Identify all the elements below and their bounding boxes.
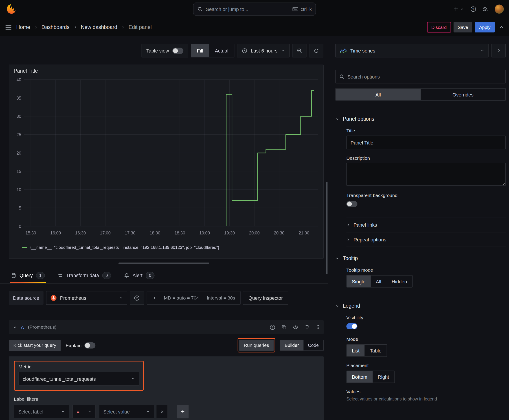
select-value-dropdown[interactable]: Select value	[99, 405, 154, 419]
help-button[interactable]: ?	[471, 6, 476, 12]
time-series-chart[interactable]: 051015202530354015:3016:0016:3017:0017:3…	[10, 75, 322, 245]
breadcrumb-home[interactable]: Home	[16, 24, 30, 30]
builder-option[interactable]: Builder	[280, 340, 304, 351]
global-search-bar[interactable]: Search or jump to... ctrl+k	[193, 3, 316, 16]
tooltip-section-header[interactable]: Tooltip	[335, 255, 506, 261]
chevron-down-icon	[119, 296, 123, 300]
svg-text:20: 20	[16, 150, 21, 156]
legend-series-label[interactable]: {__name__="cloudflared_tunnel_total_requ…	[30, 245, 219, 250]
new-menu-button[interactable]	[453, 6, 464, 12]
refresh-button[interactable]	[309, 44, 323, 57]
chevron-down-icon[interactable]	[13, 325, 17, 329]
tooltip-all-option[interactable]: All	[371, 276, 386, 287]
tooltip-hidden-option[interactable]: Hidden	[387, 276, 412, 287]
run-queries-highlight-ring: Run queries	[237, 338, 275, 352]
metric-highlight-ring: Metric cloudflared_tunnel_total_requests	[14, 361, 144, 391]
query-toolbar: Kick start your query Explain Run querie…	[9, 338, 324, 352]
rss-icon	[483, 6, 488, 12]
zoom-out-button[interactable]	[292, 44, 307, 57]
duplicate-icon[interactable]	[281, 324, 287, 330]
legend-right-option[interactable]: Right	[372, 371, 394, 382]
breadcrumb-dashboards[interactable]: Dashboards	[42, 24, 69, 30]
transparent-background-label: Transparent background	[346, 193, 506, 198]
datasource-help-button[interactable]: ?	[130, 291, 144, 305]
legend-table-option[interactable]: Table	[365, 345, 387, 356]
apply-button[interactable]: Apply	[475, 22, 495, 32]
run-queries-button[interactable]: Run queries	[239, 340, 274, 351]
grafana-logo-icon[interactable]	[5, 3, 17, 15]
scrollbar-thumb[interactable]	[326, 182, 328, 274]
code-option[interactable]: Code	[304, 340, 323, 351]
legend-section-header[interactable]: Legend	[335, 303, 506, 309]
panel-links-section[interactable]: Panel links	[346, 217, 506, 232]
chevron-right-icon[interactable]	[152, 296, 156, 300]
resize-drag-handle[interactable]	[119, 262, 209, 264]
fill-option[interactable]: Fill	[191, 44, 209, 57]
transform-count-badge: 0	[102, 272, 111, 279]
actual-option[interactable]: Actual	[209, 44, 234, 57]
select-value-placeholder: Select value	[103, 409, 130, 414]
page-header: Home Dashboards New dashboard Edit panel…	[0, 18, 509, 36]
tab-query[interactable]: Query 1	[10, 267, 46, 283]
time-range-label: Last 6 hours	[251, 48, 277, 53]
repeat-options-label: Repeat options	[353, 237, 386, 242]
panel-description-textarea[interactable]	[346, 163, 506, 186]
save-button[interactable]: Save	[454, 22, 472, 32]
legend-list-option[interactable]: List	[347, 345, 365, 356]
remove-filter-button[interactable]	[156, 405, 168, 419]
tab-transform-data[interactable]: Transform data 0	[56, 267, 112, 283]
add-filter-button[interactable]	[177, 405, 189, 419]
explain-toggle[interactable]	[85, 342, 96, 348]
panel-options-section-header[interactable]: Panel options	[335, 116, 506, 122]
breadcrumb-new-dashboard[interactable]: New dashboard	[81, 24, 117, 30]
query-row-header[interactable]: A (Prometheus) ?	[9, 320, 324, 334]
legend-bottom-option[interactable]: Bottom	[347, 371, 372, 382]
repeat-options-section[interactable]: Repeat options	[346, 232, 506, 247]
all-option[interactable]: All	[336, 89, 421, 100]
panel-title-input[interactable]	[346, 136, 506, 150]
eye-icon[interactable]	[293, 324, 298, 330]
select-label-dropdown[interactable]: Select label	[14, 405, 69, 419]
visualization-picker[interactable]: Time series	[335, 44, 489, 57]
promql-builder: Metric cloudflared_tunnel_total_requests…	[9, 356, 324, 420]
chevron-right-icon	[73, 25, 77, 29]
options-search-input[interactable]	[347, 74, 502, 79]
overrides-option[interactable]: Overrides	[421, 89, 505, 100]
panel-edit-main: Table view Fill Actual Last 6 hours	[0, 36, 328, 420]
title-field-label: Title	[346, 128, 506, 133]
discard-button[interactable]: Discard	[427, 22, 451, 32]
svg-text:18:00: 18:00	[150, 230, 160, 236]
table-view-toggle[interactable]	[172, 48, 183, 54]
query-inspector-button[interactable]: Query inspector	[243, 291, 288, 305]
svg-text:?: ?	[272, 326, 273, 329]
panel-options-section-title: Panel options	[343, 116, 374, 122]
operator-dropdown[interactable]: =	[73, 405, 96, 419]
legend-visibility-toggle[interactable]	[346, 323, 357, 329]
visualization-value: Time series	[350, 48, 375, 53]
chevron-up-icon[interactable]	[499, 25, 504, 29]
menu-icon[interactable]	[5, 24, 12, 30]
search-icon	[197, 7, 202, 12]
drag-grip-icon[interactable]	[316, 324, 319, 330]
tooltip-mode-label: Tooltip mode	[346, 267, 506, 273]
svg-text:21:00: 21:00	[299, 230, 310, 236]
datasource-select[interactable]: Prometheus	[46, 291, 127, 305]
chevron-down-icon	[131, 377, 135, 381]
transparent-background-toggle[interactable]	[346, 201, 357, 207]
tooltip-single-option[interactable]: Single	[347, 276, 371, 287]
user-avatar[interactable]	[495, 5, 504, 14]
label-filters-label: Label filters	[14, 397, 319, 402]
description-field-label: Description	[346, 156, 506, 161]
kick-start-query-button[interactable]: Kick start your query	[9, 340, 61, 351]
help-icon[interactable]: ?	[270, 324, 275, 330]
news-button[interactable]	[483, 6, 488, 12]
time-range-picker[interactable]: Last 6 hours	[237, 44, 290, 57]
viz-suggestions-button[interactable]	[492, 44, 506, 57]
query-ref-id: A	[21, 324, 24, 330]
chevron-down-icon	[335, 117, 339, 121]
trash-icon[interactable]	[304, 324, 310, 330]
chevron-right-icon	[496, 48, 501, 53]
svg-text:5: 5	[19, 205, 21, 210]
metric-select[interactable]: cloudflared_tunnel_total_requests	[18, 372, 139, 386]
tab-alert[interactable]: Alert 0	[123, 267, 156, 283]
